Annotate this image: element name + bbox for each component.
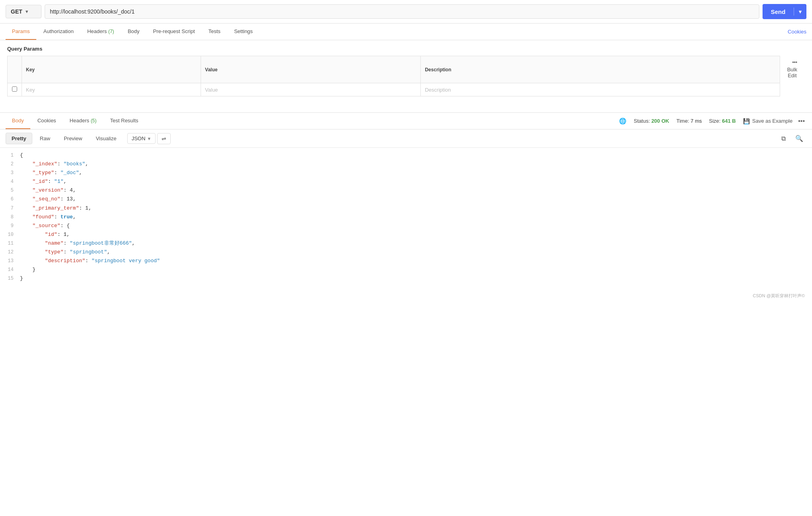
line-content: "name": "springboot非常好666", bbox=[20, 239, 812, 248]
token-punc: : bbox=[60, 196, 67, 202]
line-content: "type": "springboot", bbox=[20, 248, 812, 257]
line-number: 1 bbox=[0, 151, 20, 159]
token-key: "description" bbox=[20, 258, 85, 264]
tab-pre-request-script[interactable]: Pre-request Script bbox=[147, 24, 201, 40]
bulk-edit-button[interactable]: Bulk Edit bbox=[784, 65, 800, 80]
status-label: Status: bbox=[634, 118, 650, 124]
response-tabs-bar: Body Cookies Headers (5) Test Results 🌐 … bbox=[0, 113, 812, 129]
token-key: "_version" bbox=[20, 187, 63, 193]
chevron-down-icon: ▼ bbox=[25, 9, 29, 14]
checkbox-col-header bbox=[8, 56, 22, 83]
cookies-link[interactable]: Cookies bbox=[788, 24, 806, 39]
request-tabs-list: Params Authorization Headers (7) Body Pr… bbox=[6, 24, 259, 40]
code-line: 5 "_version": 4, bbox=[0, 186, 812, 195]
desc-cell[interactable]: Description bbox=[421, 83, 780, 96]
status-section: Status: 200 OK bbox=[634, 118, 669, 124]
code-line: 14 } bbox=[0, 265, 812, 274]
token-punc: : bbox=[63, 240, 70, 246]
row-checkbox[interactable] bbox=[8, 83, 22, 96]
token-string_val: "books" bbox=[63, 161, 85, 167]
token-string_val: "1" bbox=[54, 179, 63, 184]
tab-response-headers[interactable]: Headers (5) bbox=[63, 113, 103, 129]
visualize-button[interactable]: Visualize bbox=[90, 133, 122, 144]
raw-button[interactable]: Raw bbox=[34, 133, 56, 144]
value-col-header: Value bbox=[201, 56, 421, 83]
tab-authorization[interactable]: Authorization bbox=[37, 24, 80, 40]
token-punc: , bbox=[79, 170, 82, 176]
code-line: 11 "name": "springboot非常好666", bbox=[0, 239, 812, 248]
line-number: 6 bbox=[0, 195, 20, 203]
send-button[interactable]: Send ▾ bbox=[763, 4, 806, 19]
line-content: { bbox=[20, 151, 812, 160]
line-content: "_index": "books", bbox=[20, 160, 812, 169]
token-punc: , bbox=[63, 179, 67, 184]
tab-settings[interactable]: Settings bbox=[228, 24, 259, 40]
line-number: 14 bbox=[0, 266, 20, 274]
save-example-button[interactable]: 💾 Save as Example bbox=[743, 118, 792, 124]
tab-headers[interactable]: Headers (7) bbox=[81, 24, 120, 40]
tab-response-body[interactable]: Body bbox=[6, 113, 30, 129]
token-string_val: "springboot非常好666" bbox=[70, 240, 132, 246]
params-table: Key Value Description ••• Bulk Edit Key … bbox=[7, 56, 805, 96]
token-key: "_source" bbox=[20, 223, 60, 229]
size-label: Size: bbox=[709, 118, 721, 124]
response-more-button[interactable]: ••• bbox=[796, 116, 806, 126]
tab-body[interactable]: Body bbox=[121, 24, 146, 40]
more-dots-icon[interactable]: ••• bbox=[792, 59, 797, 65]
line-number: 10 bbox=[0, 231, 20, 239]
headers-badge: (7) bbox=[108, 29, 114, 34]
wrap-icon: ⇌ bbox=[162, 135, 166, 142]
url-input[interactable] bbox=[45, 4, 759, 19]
token-punc: { bbox=[20, 152, 23, 158]
save-example-label: Save as Example bbox=[752, 118, 792, 124]
token-key: "_seq_no" bbox=[20, 196, 60, 202]
code-line: 2 "_index": "books", bbox=[0, 160, 812, 169]
code-line: 10 "id": 1, bbox=[0, 230, 812, 239]
code-line: 6 "_seq_no": 13, bbox=[0, 195, 812, 204]
token-key: "name" bbox=[20, 240, 63, 246]
size-section: Size: 641 B bbox=[709, 118, 736, 124]
tab-test-results[interactable]: Test Results bbox=[104, 113, 145, 129]
tab-pre-request-label: Pre-request Script bbox=[153, 28, 195, 34]
desc-col-header: Description bbox=[421, 56, 780, 83]
json-format-selector[interactable]: JSON ▼ bbox=[127, 133, 156, 144]
tab-response-cookies[interactable]: Cookies bbox=[31, 113, 63, 129]
line-content: "found": true, bbox=[20, 213, 812, 222]
token-string_val: "springboot" bbox=[70, 249, 107, 255]
table-row: Key Value Description bbox=[8, 83, 805, 96]
tab-params[interactable]: Params bbox=[6, 24, 36, 40]
wrap-button[interactable]: ⇌ bbox=[157, 133, 171, 144]
pretty-button[interactable]: Pretty bbox=[6, 133, 32, 144]
tab-params-label: Params bbox=[12, 28, 30, 34]
token-string_val: "_doc" bbox=[60, 170, 79, 176]
token-bool_val: true bbox=[60, 214, 73, 220]
value-cell[interactable]: Value bbox=[201, 83, 421, 96]
tab-headers-label: Headers bbox=[87, 28, 107, 34]
search-icon: 🔍 bbox=[795, 135, 803, 142]
search-button[interactable]: 🔍 bbox=[792, 133, 806, 144]
value-placeholder: Value bbox=[205, 87, 218, 93]
preview-button[interactable]: Preview bbox=[58, 133, 88, 144]
line-number: 8 bbox=[0, 213, 20, 221]
send-dropdown-icon[interactable]: ▾ bbox=[794, 9, 806, 15]
token-num_val: 4 bbox=[70, 187, 73, 193]
token-punc: : bbox=[57, 232, 64, 237]
tab-tests[interactable]: Tests bbox=[202, 24, 227, 40]
method-selector[interactable]: GET ▼ bbox=[6, 5, 41, 18]
time-value: 7 ms bbox=[691, 118, 702, 124]
checkbox-input[interactable] bbox=[12, 86, 17, 92]
token-punc: , bbox=[107, 249, 110, 255]
tab-response-body-label: Body bbox=[12, 118, 24, 124]
key-col-header: Key bbox=[22, 56, 201, 83]
line-content: "_source": { bbox=[20, 222, 812, 230]
request-tabs: Params Authorization Headers (7) Body Pr… bbox=[0, 24, 812, 40]
tab-tests-label: Tests bbox=[209, 28, 221, 34]
line-number: 12 bbox=[0, 248, 20, 256]
token-string_val: "springboot very good" bbox=[91, 258, 160, 264]
copy-button[interactable]: ⧉ bbox=[778, 133, 789, 144]
line-content: } bbox=[20, 274, 812, 283]
token-punc: , bbox=[89, 205, 92, 211]
token-key: "found" bbox=[20, 214, 54, 220]
query-params-section: Query Params Key Value Description ••• B… bbox=[0, 40, 812, 96]
key-cell[interactable]: Key bbox=[22, 83, 201, 96]
